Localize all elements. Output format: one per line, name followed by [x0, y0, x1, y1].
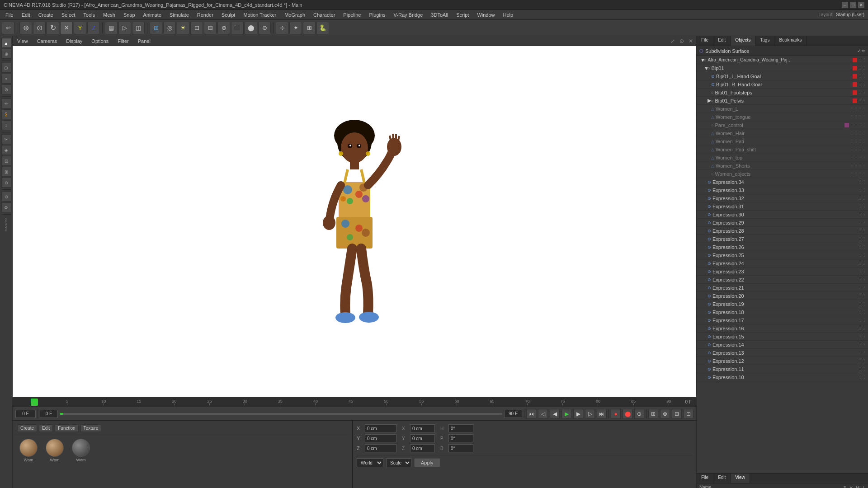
menu-vray[interactable]: V-Ray Bridge — [390, 11, 427, 19]
menu-character[interactable]: Character — [310, 11, 339, 19]
tree-item-expr13[interactable]: ⊙ Expression.13 ⋮⋮ — [697, 349, 868, 357]
timeline-bar[interactable] — [60, 413, 502, 415]
viewport[interactable] — [13, 46, 696, 397]
tree-item-expr30[interactable]: ⊙ Expression.30 ⋮⋮ — [697, 211, 868, 219]
target-button-tc[interactable]: ⊞ — [648, 409, 658, 419]
material-item-2[interactable]: Wom — [43, 439, 66, 462]
tree-item-expr17[interactable]: ⊙ Expression.17 ⋮⋮ — [697, 316, 868, 324]
material-item-1[interactable]: Wom — [17, 439, 40, 462]
tree-item-expr23[interactable]: ⊙ Expression.23 ⋮⋮ — [697, 267, 868, 276]
snap-button[interactable]: ✦ — [289, 22, 302, 34]
target-button[interactable]: ⊛ — [217, 22, 230, 34]
frame-start-input[interactable] — [40, 410, 58, 418]
tool-magnet[interactable]: ⚙ — [1, 202, 11, 212]
tree-item-expr24[interactable]: ⊙ Expression.24 ⋮⋮ — [697, 259, 868, 267]
menu-mesh[interactable]: Mesh — [99, 11, 119, 19]
sphere-button[interactable]: ⬤ — [245, 22, 257, 34]
coord-x-pos[interactable] — [365, 424, 396, 432]
tree-item-expr14[interactable]: ⊙ Expression.14 ⋮⋮ — [697, 341, 868, 349]
tree-item-women-shorts[interactable]: △ Women_Shorts ⋮⋮⋮⋮ — [697, 162, 868, 170]
tree-item-women-tongue[interactable]: △ Women_tongue ⋮⋮⋮⋮ — [697, 113, 868, 121]
tool-select[interactable]: ▲ — [1, 38, 11, 48]
goto-end-button[interactable]: ⏭ — [597, 409, 607, 419]
texture-material-button[interactable]: Texture — [80, 424, 102, 432]
floor-button[interactable]: ⊟ — [204, 22, 217, 34]
tool-bridge[interactable]: ⊞ — [1, 167, 11, 177]
tree-item-expr31[interactable]: ⊙ Expression.31 ⋮⋮ — [697, 202, 868, 211]
tree-item-grandma[interactable]: ▼ ○ Afro_American_Grandma_Wearing_Pajama… — [697, 56, 868, 64]
material-item-3[interactable]: Wom — [70, 439, 92, 462]
coord-mode-dropdown[interactable]: Scale Size — [386, 458, 411, 467]
menu-pipeline[interactable]: Pipeline — [340, 11, 364, 19]
record-button[interactable]: ● — [611, 409, 621, 419]
tool-extrude[interactable]: ⊡ — [1, 156, 11, 166]
menu-tools[interactable]: Tools — [80, 11, 99, 19]
keyframe-button[interactable]: ⊙ — [634, 409, 644, 419]
close-button[interactable]: ✕ — [858, 2, 864, 8]
cube-button[interactable]: ⬛ — [231, 22, 244, 34]
tree-item-expr28[interactable]: ⊙ Expression.28 ⋮⋮ — [697, 227, 868, 235]
move-tool-button[interactable]: ⊕ — [19, 22, 32, 34]
play-forward-button[interactable]: ▷ — [585, 409, 595, 419]
tree-item-expr19[interactable]: ⊙ Expression.19 ⋮⋮ — [697, 300, 868, 308]
tree-item-expr22[interactable]: ⊙ Expression.22 ⋮⋮ — [697, 276, 868, 284]
scene-tree[interactable]: ▼ ○ Afro_American_Grandma_Wearing_Pajama… — [697, 56, 868, 473]
tree-item-expr26[interactable]: ⊙ Expression.26 ⋮⋮ — [697, 243, 868, 251]
tool-move[interactable]: ⊕ — [1, 49, 11, 59]
coord-x-rot[interactable] — [410, 424, 435, 432]
attrib-tab-view[interactable]: View — [731, 474, 750, 483]
tool-arrow[interactable]: ↕ — [1, 120, 11, 130]
tree-item-expr25[interactable]: ⊙ Expression.25 ⋮⋮ — [697, 251, 868, 259]
menu-snap[interactable]: Snap — [120, 11, 139, 19]
edit-material-button[interactable]: Edit — [39, 424, 53, 432]
render-view-button[interactable]: ▷ — [118, 22, 131, 34]
tool-edge[interactable]: ⊘ — [1, 84, 11, 94]
coord-y-rot[interactable] — [410, 434, 435, 442]
vp-menu-display[interactable]: Display — [63, 38, 85, 44]
tree-item-expr29[interactable]: ⊙ Expression.29 ⋮⋮ — [697, 219, 868, 227]
step-forward-button[interactable]: ▶ — [573, 409, 583, 419]
tree-item-expr34[interactable]: ⊙ Expression.34 ⋮⋮ — [697, 178, 868, 186]
rotate-tool-button[interactable]: ↻ — [47, 22, 59, 34]
minimize-button[interactable]: ─ — [842, 2, 848, 8]
tree-item-expr27[interactable]: ⊙ Expression.27 ⋮⋮ — [697, 235, 868, 243]
tree-item-women-l[interactable]: △ Women_L ⋮⋮⋮⋮ — [697, 105, 868, 113]
scene-tab-file[interactable]: File — [697, 36, 713, 46]
motion-path-button[interactable]: ⊛ — [660, 409, 670, 419]
tree-item-expr20[interactable]: ⊙ Expression.20 ⋮⋮ — [697, 292, 868, 300]
add-object-button[interactable]: ⊞ — [150, 22, 162, 34]
tree-item-expr16[interactable]: ⊙ Expression.16 ⋮⋮ — [697, 324, 868, 333]
undo-button[interactable]: ↩ — [2, 22, 14, 34]
menu-simulate[interactable]: Simulate — [166, 11, 193, 19]
tree-item-women-objects[interactable]: ○ Women_objects ⋮⋮⋮⋮ — [697, 170, 868, 178]
tool-bevel[interactable]: ◈ — [1, 145, 11, 155]
timeline-ruler-bar[interactable]: 0 F 051015202530354045505560657075808590 — [13, 397, 696, 407]
tool-knife[interactable]: ✂ — [1, 134, 11, 144]
render-button[interactable]: ◫ — [132, 22, 145, 34]
vp-menu-cameras[interactable]: Cameras — [34, 38, 60, 44]
step-back-button[interactable]: ◀ — [550, 409, 560, 419]
vp-menu-filter[interactable]: Filter — [115, 38, 131, 44]
menu-select[interactable]: Select — [58, 11, 79, 19]
z-axis-button[interactable]: Z — [87, 22, 100, 34]
tool-polygon[interactable]: ⬡ — [1, 63, 11, 73]
coord-z-rot[interactable] — [410, 444, 435, 452]
tree-item-bip01[interactable]: ▼ ○ Bip01 ⋮⋮ — [697, 64, 868, 72]
scene-tab-objects[interactable]: Objects — [731, 36, 755, 46]
transform-tool-button[interactable]: ✕ — [60, 22, 73, 34]
scene-check-icon[interactable]: ✓ — [857, 48, 861, 53]
menu-animate[interactable]: Animate — [140, 11, 165, 19]
tool-brush[interactable]: ⊙ — [1, 192, 11, 202]
menu-motion-tracker[interactable]: Motion Tracker — [240, 11, 280, 19]
attrib-tab-file[interactable]: File — [697, 474, 713, 483]
apply-button[interactable]: Apply — [414, 458, 440, 467]
tree-item-women-hair[interactable]: △ Women_Hair ⋮⋮⋮⋮ — [697, 129, 868, 137]
coord-b-val[interactable] — [448, 444, 473, 452]
tool-point[interactable]: • — [1, 74, 11, 84]
tree-item-footsteps[interactable]: ○ Bip01_Footsteps ⋮⋮ — [697, 89, 868, 97]
coord-y-pos[interactable] — [365, 434, 396, 442]
coord-system-button[interactable]: ⊹ — [276, 22, 288, 34]
tree-item-pelvis[interactable]: ▶ ○ Bip01_Pelvis ⋮⋮ — [697, 97, 868, 105]
tree-item-expr10[interactable]: ⊙ Expression.10 ⋮⋮ — [697, 373, 868, 381]
play-button[interactable]: ▶ — [561, 409, 571, 419]
